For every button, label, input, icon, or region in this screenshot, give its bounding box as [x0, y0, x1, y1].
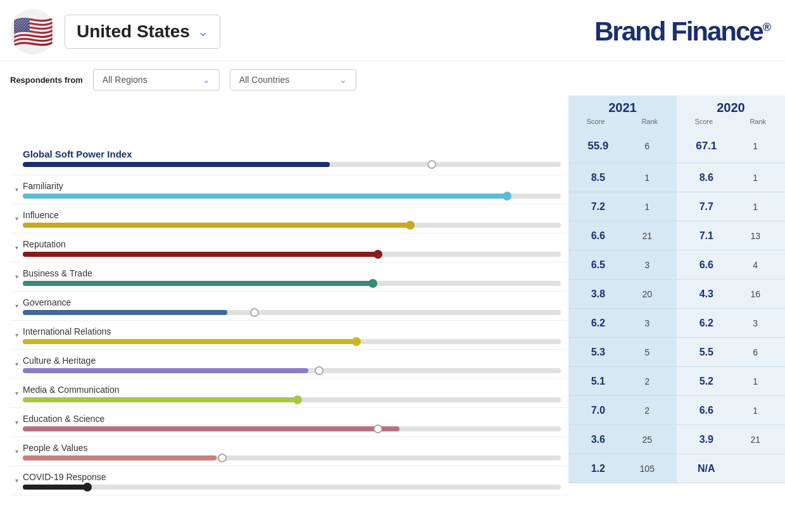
rank-2020-culture: 6 — [731, 347, 781, 357]
row-label-familiarity: Familiarity — [23, 181, 561, 191]
expand-btn-familiarity[interactable]: ▾ — [10, 186, 23, 193]
score-row-business: 6.536.64 — [568, 251, 785, 280]
rank-2020-gspi: 1 — [731, 141, 781, 151]
country-chevron-icon: ⌄ — [339, 75, 347, 85]
rank-2021-reputation: 21 — [623, 231, 672, 241]
chart-row-people: ▾People & Values — [10, 437, 568, 466]
rank-2021-education: 2 — [623, 405, 672, 416]
bar-fill-business — [23, 281, 373, 286]
region-chevron-icon: ⌄ — [203, 75, 210, 85]
expand-btn-education[interactable]: ▾ — [10, 419, 23, 426]
respondents-label: Respondents from — [10, 75, 83, 85]
chart-row-business: ▾Business & Trade — [10, 263, 568, 292]
bar-fill-people — [23, 455, 217, 461]
row-label-governance: Governance — [23, 297, 561, 307]
bar-track-culture — [23, 368, 561, 373]
rank-2021-people: 25 — [623, 435, 672, 445]
bar-fill-education — [23, 426, 399, 431]
chart-row-education: ▾Education & Science — [10, 408, 568, 437]
bar-fill-intl_relations — [23, 339, 356, 344]
bar-dot-education — [374, 424, 382, 433]
year-2021-header: 2021 Score Rank — [568, 96, 677, 129]
expand-btn-governance[interactable]: ▾ — [10, 302, 23, 309]
chart-row-governance: ▾Governance — [10, 292, 568, 321]
score-2021-reputation: 6.6 — [574, 230, 623, 242]
row-label-intl_relations: International Relations — [23, 326, 561, 337]
bar-fill-culture — [23, 368, 308, 373]
chart-area: Global Soft Power Index▾Familiarity▾Infl… — [10, 96, 568, 495]
rank-2020-influence: 1 — [731, 202, 781, 212]
rank-2021-familiarity: 1 — [623, 173, 672, 183]
bar-track-media — [23, 397, 561, 402]
country-filter[interactable]: All Countries ⌄ — [230, 69, 356, 90]
score-2020-education: 6.6 — [682, 405, 731, 416]
rank-2020-intl_relations: 3 — [731, 318, 781, 328]
bar-track-gspi — [23, 162, 561, 167]
expand-btn-covid[interactable]: ▾ — [10, 477, 23, 484]
score-row-reputation: 6.6217.113 — [568, 221, 785, 251]
bar-dot-gspi — [427, 160, 436, 169]
score-2021-governance: 3.8 — [574, 288, 623, 300]
score-2021-intl_relations: 6.2 — [574, 318, 623, 329]
chevron-down-icon: ⌄ — [198, 24, 208, 39]
score-2021-familiarity: 8.5 — [574, 172, 623, 183]
bar-dot-people — [218, 454, 227, 462]
score-2020-people: 3.9 — [682, 434, 731, 445]
bar-dot-culture — [315, 366, 323, 375]
score-row-influence: 7.217.71 — [568, 192, 785, 221]
flag-icon: 🇺🇸 — [10, 9, 56, 54]
chart-row-intl_relations: ▾International Relations — [10, 321, 568, 350]
bar-dot-business — [368, 279, 377, 288]
score-2021-people: 3.6 — [574, 434, 623, 445]
rank-2021-intl_relations: 3 — [623, 318, 672, 328]
chart-row-covid: ▾COVID-19 Response — [10, 466, 568, 495]
expand-btn-influence[interactable]: ▾ — [10, 215, 23, 222]
expand-btn-culture[interactable]: ▾ — [10, 361, 23, 368]
rank-2021-culture: 5 — [623, 347, 672, 357]
score-2021-culture: 5.3 — [574, 347, 623, 358]
chart-row-reputation: ▾Reputation — [10, 233, 568, 263]
expand-btn-intl_relations[interactable]: ▾ — [10, 331, 23, 338]
expand-btn-media[interactable]: ▾ — [10, 390, 23, 397]
row-label-people: People & Values — [23, 443, 561, 453]
row-label-influence: Influence — [23, 210, 561, 220]
chart-row-gspi: Global Soft Power Index — [10, 141, 568, 175]
bar-track-governance — [23, 310, 561, 315]
score-row-people: 3.6253.921 — [568, 425, 785, 454]
score-2021-education: 7.0 — [574, 405, 623, 416]
score-2021-sublabel: Score — [568, 118, 623, 125]
bar-fill-reputation — [23, 252, 378, 257]
chart-row-media: ▾Media & Communication — [10, 379, 568, 408]
row-label-culture: Culture & Heritage — [23, 356, 561, 366]
chart-row-familiarity: ▾Familiarity — [10, 175, 568, 204]
score-row-gspi: 55.9667.11 — [568, 129, 785, 163]
rank-2021-gspi: 6 — [623, 141, 672, 151]
rank-2021-influence: 1 — [623, 202, 672, 212]
expand-btn-reputation[interactable]: ▾ — [10, 244, 23, 251]
score-row-culture: 5.355.56 — [568, 338, 785, 367]
region-label: All Regions — [103, 75, 148, 85]
bar-fill-governance — [23, 310, 227, 315]
country-selector[interactable]: United States ⌄ — [65, 15, 220, 49]
bar-track-influence — [23, 223, 561, 228]
score-2020-business: 6.6 — [682, 259, 731, 271]
country-name: United States — [77, 22, 190, 42]
score-row-familiarity: 8.518.61 — [568, 163, 785, 192]
rank-2021-media: 2 — [623, 376, 672, 387]
score-2020-culture: 5.5 — [682, 347, 731, 358]
rank-2020-reputation: 13 — [731, 231, 781, 241]
score-2021-gspi: 55.9 — [574, 140, 623, 152]
bar-track-business — [23, 281, 561, 286]
bar-dot-reputation — [374, 250, 382, 259]
score-2020-sublabel: Score — [677, 118, 731, 125]
expand-btn-people[interactable]: ▾ — [10, 448, 23, 455]
year-2020-header: 2020 Score Rank — [677, 96, 785, 129]
score-2020-covid: N/A — [682, 463, 731, 474]
country-filter-label: All Countries — [239, 75, 289, 85]
score-2020-governance: 4.3 — [682, 288, 731, 300]
score-2020-media: 5.2 — [682, 376, 731, 387]
score-2020-reputation: 7.1 — [682, 230, 731, 242]
region-filter[interactable]: All Regions ⌄ — [93, 69, 220, 90]
score-2021-business: 6.5 — [574, 259, 623, 271]
expand-btn-business[interactable]: ▾ — [10, 273, 23, 280]
